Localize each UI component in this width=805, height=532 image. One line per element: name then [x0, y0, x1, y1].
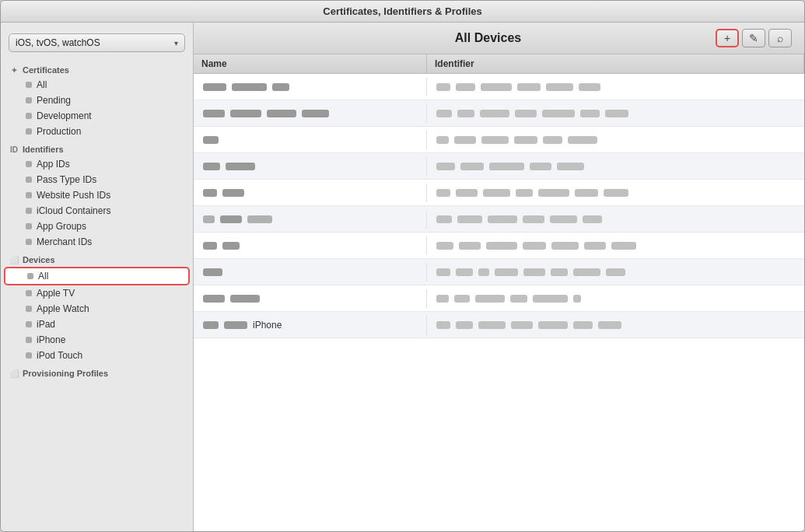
dot-icon [26, 177, 32, 183]
sidebar-item-apple-tv[interactable]: Apple TV [4, 285, 190, 301]
sidebar-item-app-groups[interactable]: App Groups [4, 219, 190, 234]
main-header: All Devices + ✎ ⌕ [194, 23, 804, 54]
table-row[interactable] [194, 180, 804, 206]
provisioning-section-header: ⬜ Provisioning Profiles [1, 363, 193, 380]
device-name-cell [194, 131, 427, 149]
edit-icon: ✎ [749, 32, 758, 44]
dot-icon [26, 337, 32, 343]
chevron-down-icon: ▾ [174, 39, 178, 47]
table-row[interactable] [194, 127, 804, 153]
identifiers-section-header: ID Identifiers [1, 139, 193, 156]
platform-dropdown-container: iOS, tvOS, watchOS ▾ [1, 29, 193, 60]
sidebar-item-ipad[interactable]: iPad [4, 317, 190, 332]
device-name-cell [194, 104, 427, 123]
toolbar-buttons: + ✎ ⌕ [716, 29, 792, 47]
name-column-header: Name [194, 54, 427, 73]
device-id-cell [427, 289, 804, 308]
table-row[interactable]: iPhone [194, 312, 804, 338]
dot-icon [26, 113, 32, 119]
dot-icon [26, 321, 32, 327]
sidebar-item-pending[interactable]: Pending [4, 93, 190, 108]
table-header: Name Identifier [194, 54, 804, 74]
merchant-ids-label: Merchant IDs [37, 236, 92, 247]
ipad-label: iPad [37, 319, 55, 330]
title-bar: Certificates, Identifiers & Profiles [1, 1, 804, 23]
sidebar-item-all-devices[interactable]: All [4, 267, 190, 285]
add-button[interactable]: + [716, 29, 739, 47]
table-row[interactable] [194, 153, 804, 180]
sidebar-item-app-ids[interactable]: App IDs [4, 156, 190, 172]
production-label: Production [37, 126, 81, 137]
platform-dropdown-label: iOS, tvOS, watchOS [16, 37, 100, 48]
table-row[interactable] [194, 100, 804, 127]
device-table: iPhone [194, 74, 804, 531]
table-row[interactable] [194, 233, 804, 259]
ipod-touch-label: iPod Touch [37, 350, 82, 361]
sidebar-item-ipod-touch[interactable]: iPod Touch [4, 348, 190, 363]
sidebar-item-development[interactable]: Development [4, 108, 190, 124]
device-id-cell [427, 210, 804, 229]
all-devices-label: All [38, 271, 48, 282]
device-name-cell [194, 289, 427, 308]
dot-icon [26, 306, 32, 312]
devices-section-header: ⬜ Devices [1, 250, 193, 267]
table-row[interactable] [194, 285, 804, 312]
app-window: Certificates, Identifiers & Profiles iOS… [0, 0, 805, 532]
pass-type-ids-label: Pass Type IDs [37, 174, 96, 185]
dot-icon [26, 290, 32, 296]
edit-button[interactable]: ✎ [742, 29, 765, 47]
search-icon: ⌕ [777, 32, 783, 44]
device-name-cell: iPhone [194, 315, 427, 335]
device-id-cell [427, 78, 804, 96]
table-row[interactable] [194, 74, 804, 100]
sidebar-item-apple-watch[interactable]: Apple Watch [4, 301, 190, 317]
sidebar-item-iphone[interactable]: iPhone [4, 332, 190, 348]
devices-label: Devices [23, 255, 55, 264]
device-id-cell [427, 104, 804, 123]
sidebar-item-all-certs[interactable]: All [4, 77, 190, 93]
development-label: Development [37, 110, 92, 121]
dot-icon [26, 352, 32, 359]
certificates-label: Certificates [23, 65, 69, 75]
dot-icon [26, 82, 32, 88]
platform-dropdown[interactable]: iOS, tvOS, watchOS ▾ [9, 33, 185, 52]
sidebar-item-merchant-ids[interactable]: Merchant IDs [4, 234, 190, 250]
device-name-cell [194, 157, 427, 176]
dot-icon [27, 273, 33, 279]
device-name-text: iPhone [253, 320, 282, 331]
table-row[interactable] [194, 206, 804, 233]
dot-icon [26, 128, 32, 135]
window-title: Certificates, Identifiers & Profiles [9, 5, 796, 17]
dot-icon [26, 97, 32, 103]
main-content: All Devices + ✎ ⌕ Name Identifier [194, 23, 804, 531]
certificates-section-header: ✦ Certificates [1, 60, 193, 77]
device-name-cell [194, 210, 427, 229]
device-id-cell [427, 157, 804, 176]
search-button[interactable]: ⌕ [768, 29, 792, 47]
dot-icon [26, 239, 32, 245]
sidebar-item-icloud-containers[interactable]: iCloud Containers [4, 203, 190, 219]
website-push-ids-label: Website Push IDs [37, 190, 110, 201]
sidebar-item-production[interactable]: Production [4, 124, 190, 139]
device-id-cell [427, 184, 804, 202]
dot-icon [26, 161, 32, 167]
app-ids-label: App IDs [37, 159, 70, 170]
table-row[interactable] [194, 259, 804, 285]
apple-tv-label: Apple TV [37, 288, 75, 299]
device-icon: ⬜ [9, 254, 19, 265]
device-name-cell [194, 184, 427, 202]
identifiers-label: Identifiers [23, 145, 64, 154]
device-id-cell [427, 263, 804, 282]
dot-icon [26, 192, 32, 198]
provisioning-label: Provisioning Profiles [23, 369, 108, 378]
content-area: iOS, tvOS, watchOS ▾ ✦ Certificates All … [1, 23, 804, 531]
dot-icon [26, 208, 32, 214]
id-icon: ID [9, 144, 19, 155]
apple-watch-label: Apple Watch [37, 303, 89, 314]
iphone-label: iPhone [37, 334, 65, 345]
profile-icon: ⬜ [9, 368, 19, 379]
device-id-cell [427, 316, 804, 334]
device-id-cell [427, 236, 804, 255]
sidebar-item-pass-type-ids[interactable]: Pass Type IDs [4, 172, 190, 187]
sidebar-item-website-push-ids[interactable]: Website Push IDs [4, 187, 190, 203]
